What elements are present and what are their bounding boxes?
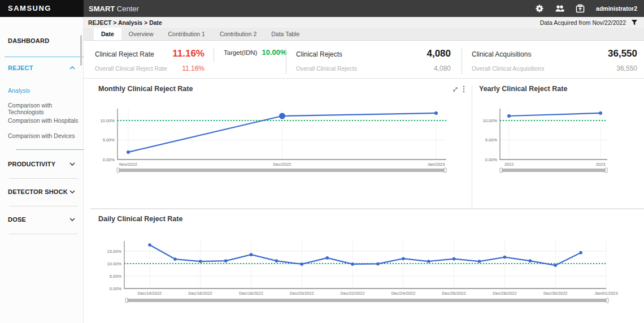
- settings-icon[interactable]: [535, 4, 544, 13]
- kpi-acquisitions-label: Clinical Acquisitions: [472, 50, 531, 58]
- sidebar-item-comparison-hospitals[interactable]: Comparison with Hospitals: [8, 117, 78, 124]
- sidebar-divider: [16, 149, 84, 150]
- sidebar-scrollbar[interactable]: [80, 35, 82, 66]
- daily-chart-title: Daily Clinical Reject Rate: [98, 215, 182, 223]
- monthly-chart[interactable]: 0.00%5.00%10.00%Nov/2022Dec/2022Jan/2023: [90, 105, 458, 175]
- kpi-row: Clinical Reject Rate 11.16% Overall Clin…: [84, 41, 644, 79]
- yearly-chart-title: Yearly Clinical Reject Rate: [479, 85, 567, 93]
- kpi-rejects-label: Clinical Rejects: [296, 50, 342, 58]
- tab-contribution-1[interactable]: Contribution 1: [161, 28, 212, 40]
- svg-text:Dec/20/2022: Dec/20/2022: [290, 291, 314, 296]
- svg-text:Jan/01/2023: Jan/01/2023: [594, 291, 617, 296]
- filter-icon[interactable]: [631, 19, 638, 26]
- kpi-acquisitions-value: 36,550: [608, 48, 637, 59]
- data-acquired-label: Data Acquired from Nov/22/2022: [540, 19, 626, 26]
- chevron-down-icon[interactable]: [69, 218, 75, 221]
- app-title-smart: SMART: [89, 5, 115, 13]
- svg-text:Nov/2022: Nov/2022: [119, 162, 137, 167]
- svg-text:Dec/30/2022: Dec/30/2022: [543, 291, 568, 296]
- kpi-overall-reject-rate-value: 11.16%: [182, 64, 204, 72]
- kpi-target-value: 10.00%: [262, 48, 286, 57]
- svg-text:Dec/2022: Dec/2022: [273, 162, 291, 167]
- kpi-overall-acquisitions-label: Overall Clinical Acquisitions: [472, 65, 544, 72]
- svg-text:15.00%: 15.00%: [107, 249, 122, 254]
- sidebar-item-productivity[interactable]: PRODUCTIVITY: [8, 161, 55, 167]
- sidebar: DASHBOARD REJECT Analysis Comparison wit…: [0, 17, 84, 323]
- sidebar-item-reject[interactable]: REJECT: [8, 64, 33, 71]
- charts-vertical-divider: [472, 85, 472, 208]
- svg-text:5.00%: 5.00%: [103, 137, 115, 143]
- chevron-down-icon[interactable]: [69, 190, 75, 193]
- kpi-overall-acquisitions-value: 36,550: [616, 64, 637, 72]
- yearly-chart[interactable]: 0.00%5.00%10.00%20222023: [479, 105, 617, 175]
- sidebar-item-comparison-devices[interactable]: Comparison with Devices: [8, 132, 75, 139]
- chevron-up-icon[interactable]: [69, 66, 75, 70]
- charts-horizontal-divider: [90, 208, 644, 209]
- svg-text:5.00%: 5.00%: [485, 137, 498, 143]
- sidebar-divider: [9, 206, 78, 206]
- sidebar-item-analysis[interactable]: Analysis: [8, 87, 30, 94]
- svg-text:Jan/2023: Jan/2023: [428, 162, 445, 167]
- svg-text:0.00%: 0.00%: [110, 286, 122, 291]
- breadcrumb-bar: REJECT > Analysis > Date Data Acquired f…: [84, 17, 644, 28]
- svg-text:2023: 2023: [596, 162, 606, 167]
- kpi-reject-rate-value: 11.16%: [172, 48, 204, 59]
- username[interactable]: administrator2: [596, 5, 644, 12]
- tab-bar: Date Overview Contribution 1 Contributio…: [84, 28, 644, 41]
- sidebar-item-detector-shock[interactable]: DETECTOR SHOCK: [8, 188, 68, 195]
- users-icon[interactable]: [555, 4, 564, 13]
- svg-text:Dec/18/2022: Dec/18/2022: [239, 291, 263, 296]
- app-title: SMART Center: [89, 5, 139, 13]
- breadcrumb: REJECT > Analysis > Date: [88, 19, 162, 26]
- sidebar-divider: [9, 234, 78, 234]
- svg-text:Dec/14/2022: Dec/14/2022: [138, 291, 162, 296]
- kebab-menu-icon[interactable]: [463, 85, 465, 93]
- svg-text:Dec/24/2022: Dec/24/2022: [391, 291, 416, 296]
- svg-text:0.00%: 0.00%: [103, 157, 115, 162]
- sidebar-divider: [5, 57, 84, 57]
- svg-text:2022: 2022: [504, 162, 514, 167]
- tab-date[interactable]: Date: [94, 28, 121, 40]
- sidebar-item-dashboard[interactable]: DASHBOARD: [8, 37, 49, 44]
- kpi-rejects-value: 4,080: [427, 48, 451, 59]
- monthly-chart-title: Monthly Clinical Reject Rate: [98, 85, 193, 93]
- expand-icon[interactable]: [452, 86, 459, 93]
- svg-text:Dec/26/2022: Dec/26/2022: [442, 291, 466, 296]
- svg-text:Dec/22/2022: Dec/22/2022: [341, 291, 365, 296]
- chevron-down-icon[interactable]: [69, 162, 75, 166]
- tab-data-table[interactable]: Data Table: [264, 28, 307, 40]
- kpi-overall-rejects-value: 4,080: [434, 64, 451, 72]
- kpi-reject-rate-label: Clinical Reject Rate: [95, 50, 154, 58]
- svg-text:Dec/16/2022: Dec/16/2022: [189, 291, 213, 296]
- svg-text:10.00%: 10.00%: [483, 118, 498, 123]
- kpi-overall-reject-rate-label: Overall Clinical Reject Rate: [95, 65, 167, 72]
- svg-text:10.00%: 10.00%: [107, 261, 122, 266]
- svg-text:5.00%: 5.00%: [110, 274, 122, 279]
- tab-overview[interactable]: Overview: [121, 28, 161, 40]
- svg-text:0.00%: 0.00%: [485, 157, 498, 162]
- kpi-target-label: Target(IDN): [224, 49, 257, 56]
- sidebar-divider: [9, 178, 78, 179]
- sidebar-item-dose[interactable]: DOSE: [8, 216, 26, 223]
- samsung-logo[interactable]: SAMSUNG: [0, 0, 84, 17]
- tab-contribution-2[interactable]: Contribution 2: [212, 28, 264, 40]
- app-title-center: Center: [117, 5, 139, 13]
- sidebar-item-comparison-technologists[interactable]: Comparison with Technologists: [8, 102, 83, 115]
- kpi-overall-rejects-label: Overall Clinical Rejects: [296, 65, 357, 72]
- device-box-icon[interactable]: [576, 4, 585, 13]
- daily-chart[interactable]: 0.00%5.00%10.00%15.00%Dec/14/2022Dec/16/…: [90, 236, 627, 310]
- svg-text:Dec/28/2022: Dec/28/2022: [493, 291, 517, 296]
- svg-text:10.00%: 10.00%: [101, 118, 115, 123]
- top-bar: SAMSUNG SMART Center administrator2: [0, 0, 644, 17]
